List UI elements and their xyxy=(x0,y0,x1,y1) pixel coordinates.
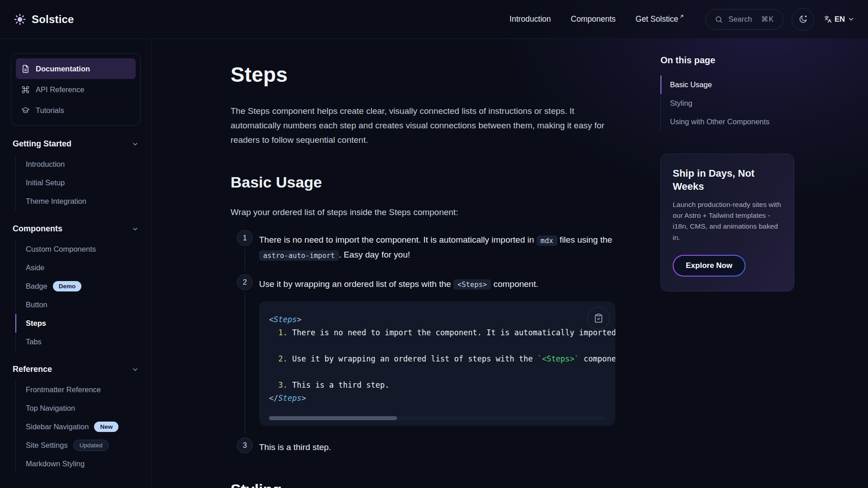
sidebar-group-components[interactable]: Components xyxy=(13,224,139,234)
language-code: EN xyxy=(835,15,845,23)
section-heading-styling: Styling xyxy=(231,481,617,488)
step-text: This is a third step. xyxy=(259,440,617,455)
basic-usage-lead: Wrap your ordered list of steps inside t… xyxy=(231,206,617,219)
sidebar-item-initial-setup[interactable]: Initial Setup xyxy=(15,174,141,192)
step-item-2: 2 Use it by wrapping an ordered list of … xyxy=(231,274,617,437)
sidebar-item-theme-integration[interactable]: Theme Integration xyxy=(15,192,141,211)
sidebar-item-markdown-styling[interactable]: Markdown Styling xyxy=(15,455,141,473)
inline-code: astro-auto-import xyxy=(259,250,339,261)
sidebar-item-button[interactable]: Button xyxy=(15,296,141,314)
brand-name: Solstice xyxy=(32,13,74,26)
promo-card: Ship in Days, Not Weeks Launch productio… xyxy=(660,154,794,291)
step-number-badge: 1 xyxy=(237,230,253,246)
toc-item-using-with-other-components[interactable]: Using with Other Components xyxy=(660,113,794,131)
primary-nav: Introduction Components Get Solstice xyxy=(509,14,684,24)
code-block: <Steps> 1. There is no need to import th… xyxy=(259,301,615,426)
sidebar-group-reference[interactable]: Reference xyxy=(13,365,139,374)
nav-link-introduction[interactable]: Introduction xyxy=(509,14,551,24)
section-heading-basic-usage: Basic Usage xyxy=(231,174,617,191)
moon-star-icon xyxy=(798,14,808,24)
sidebar-group-list: Frontmatter Reference Top Navigation Sid… xyxy=(15,380,141,473)
sidebar-item-aside[interactable]: Aside xyxy=(15,258,141,277)
step-item-1: 1 There is no need to import the compone… xyxy=(231,230,617,274)
intro-paragraph: The Steps component helps create clear, … xyxy=(231,104,616,147)
toc-item-styling[interactable]: Styling xyxy=(660,94,794,113)
sidebar-item-introduction[interactable]: Introduction xyxy=(15,155,141,174)
sidebar-item-documentation[interactable]: Documentation xyxy=(16,58,136,79)
inline-code: mdx xyxy=(537,235,557,246)
step-connector-line xyxy=(245,249,245,271)
top-nav: Solstice Introduction Components Get Sol… xyxy=(0,0,868,39)
promo-title: Ship in Days, Not Weeks xyxy=(673,167,768,193)
search-button[interactable]: Search ⌘K xyxy=(705,9,783,30)
sidebar: Documentation API Reference Tutorials Ge… xyxy=(0,39,152,488)
sidebar-group-list: Custom Components Aside Badge Demo Butto… xyxy=(15,240,141,351)
chevron-down-icon xyxy=(132,141,139,148)
arrow-up-right-icon xyxy=(679,14,684,19)
sidebar-group-getting-started[interactable]: Getting Started xyxy=(13,139,139,149)
page-title: Steps xyxy=(231,62,617,87)
search-icon xyxy=(715,15,723,23)
sidebar-item-tabs[interactable]: Tabs xyxy=(15,333,141,351)
main-content: Steps The Steps component helps create c… xyxy=(231,39,617,488)
sidebar-item-frontmatter-reference[interactable]: Frontmatter Reference xyxy=(15,380,141,399)
copy-code-button[interactable] xyxy=(587,307,610,329)
step-number-badge: 2 xyxy=(237,274,253,290)
language-selector[interactable]: EN xyxy=(824,15,854,23)
code-scrollbar-thumb[interactable] xyxy=(269,416,397,420)
code-scrollbar-track xyxy=(269,416,605,420)
translate-icon xyxy=(824,15,832,23)
sidebar-item-tutorials[interactable]: Tutorials xyxy=(16,100,136,121)
sidebar-item-site-settings[interactable]: Site Settings Updated xyxy=(15,436,141,455)
demo-badge: Demo xyxy=(53,281,82,291)
sidebar-item-api-reference[interactable]: API Reference xyxy=(16,79,136,100)
sidebar-group-list: Introduction Initial Setup Theme Integra… xyxy=(15,155,141,211)
sidebar-item-custom-components[interactable]: Custom Components xyxy=(15,240,141,258)
document-icon xyxy=(21,65,30,73)
toc-list: Basic Usage Styling Using with Other Com… xyxy=(660,75,794,131)
updated-badge: Updated xyxy=(73,440,109,451)
step-connector-line xyxy=(245,293,245,434)
step-text: There is no need to import the component… xyxy=(259,232,617,263)
on-this-page-title: On this page xyxy=(660,55,794,66)
chevron-down-icon xyxy=(848,16,854,23)
nav-link-get-solstice[interactable]: Get Solstice xyxy=(636,14,684,24)
page: Solstice Introduction Components Get Sol… xyxy=(0,0,868,488)
on-this-page: On this page Basic Usage Styling Using w… xyxy=(660,55,794,291)
chevron-down-icon xyxy=(132,366,139,373)
clipboard-check-icon xyxy=(594,313,604,323)
search-shortcut: ⌘K xyxy=(761,15,774,23)
sidebar-item-sidebar-navigation[interactable]: Sidebar Navigation New xyxy=(15,418,141,436)
step-number-badge: 3 xyxy=(237,437,253,453)
theme-toggle-button[interactable] xyxy=(792,8,814,31)
sidebar-card: Documentation API Reference Tutorials xyxy=(11,53,141,126)
explore-now-button[interactable]: Explore Now xyxy=(673,255,745,277)
toc-item-basic-usage[interactable]: Basic Usage xyxy=(660,75,794,94)
new-badge: New xyxy=(94,422,118,432)
sidebar-item-steps[interactable]: Steps xyxy=(15,314,141,333)
nav-link-components[interactable]: Components xyxy=(571,14,616,24)
inline-code: <Steps> xyxy=(453,279,491,290)
step-item-3: 3 This is a third step. xyxy=(231,437,617,455)
search-label: Search xyxy=(728,15,752,23)
steps-list: 1 There is no need to import the compone… xyxy=(231,230,617,455)
graduation-cap-icon xyxy=(21,106,30,115)
command-icon xyxy=(21,85,30,94)
sun-icon xyxy=(14,13,26,26)
sidebar-item-top-navigation[interactable]: Top Navigation xyxy=(15,399,141,418)
brand-logo[interactable]: Solstice xyxy=(14,13,74,26)
sidebar-item-badge[interactable]: Badge Demo xyxy=(15,277,141,296)
chevron-down-icon xyxy=(132,225,139,233)
step-text: Use it by wrapping an ordered list of st… xyxy=(259,277,617,291)
promo-description: Launch production-ready sites with our A… xyxy=(673,199,782,243)
